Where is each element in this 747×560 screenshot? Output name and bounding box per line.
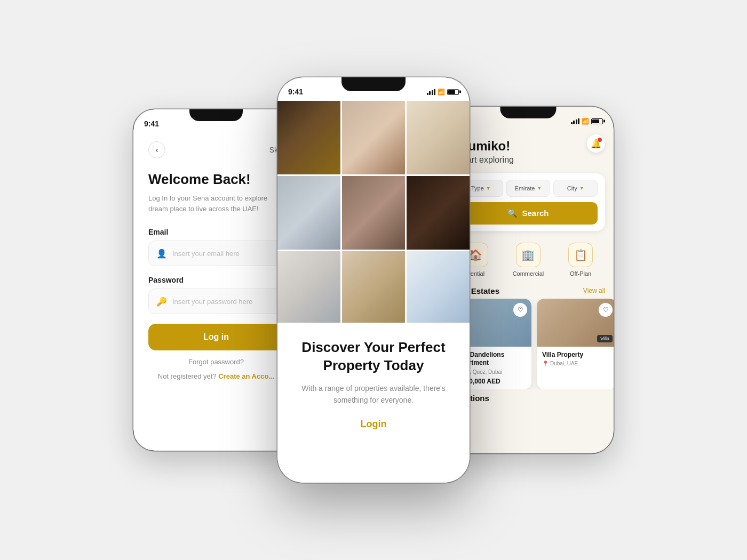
battery-icon — [447, 89, 459, 95]
email-placeholder: Insert your email here — [172, 250, 240, 258]
password-placeholder: Insert your password here — [172, 298, 252, 306]
status-icons-center: 📶 — [427, 89, 459, 95]
onboarding-subtitle: With a range of properties available, th… — [293, 382, 454, 406]
chevron-down-emirate: ▼ — [537, 186, 542, 191]
offplan-label: Off-Plan — [570, 270, 591, 277]
chevron-down-city: ▼ — [579, 186, 584, 191]
signal-right — [571, 118, 580, 124]
property-info-2: Villa Property 📍 Dubai, UAE — [537, 347, 614, 371]
login-subtitle: Log In to your Sena account to explore d… — [148, 193, 284, 214]
notch-center — [341, 77, 406, 91]
filter-chip-emirate[interactable]: Emirate ▼ — [506, 180, 551, 197]
notch-left — [189, 109, 243, 121]
wifi-icon-right: 📶 — [582, 118, 589, 125]
battery-icon-right — [591, 118, 603, 124]
property-card-2[interactable]: ♡ Villa Villa Property 📍 Dubai, UAE — [537, 299, 614, 389]
property-image-6 — [407, 176, 470, 250]
notification-dot — [598, 138, 602, 142]
main-scene: 9:41 ‹ Skip Welcome Back! Log In to your… — [133, 61, 614, 499]
location-pin-icon-2: 📍 — [542, 361, 549, 366]
onboarding-title: Discover Your Perfect Property Today — [293, 339, 454, 375]
password-label: Password — [148, 276, 284, 284]
property-image-2 — [342, 101, 405, 174]
favorite-button-1[interactable]: ♡ — [513, 303, 527, 317]
phone-login: 9:41 ‹ Skip Welcome Back! Log In to your… — [133, 109, 299, 451]
villa-badge: Villa — [597, 335, 613, 342]
email-icon: 👤 — [156, 249, 167, 259]
time-left: 9:41 — [144, 119, 159, 128]
signal-center — [427, 89, 436, 95]
chevron-down-type: ▼ — [486, 186, 491, 191]
home-subgreeting: s start exploring — [454, 155, 603, 165]
wifi-icon: 📶 — [438, 89, 445, 95]
onboarding-login-link[interactable]: Login — [293, 419, 454, 430]
email-label: Email — [148, 228, 284, 236]
password-input[interactable]: 🔑 Insert your password here — [148, 289, 284, 314]
property-image-4 — [277, 176, 340, 250]
property-image-thumb-2: ♡ Villa — [537, 299, 614, 347]
category-commercial[interactable]: 🏢 Commercial — [513, 243, 544, 277]
filter-chip-city[interactable]: City ▼ — [553, 180, 598, 197]
offplan-icon: 📋 — [568, 243, 593, 267]
search-icon: 🔍 — [507, 209, 518, 218]
property-image-1 — [277, 101, 340, 174]
email-input[interactable]: 👤 Insert your email here — [148, 241, 284, 266]
status-icons-right: 📶 — [571, 118, 603, 125]
password-icon: 🔑 — [156, 297, 167, 307]
filter-row: Type ▼ Emirate ▼ City ▼ — [459, 180, 598, 197]
property-name-2: Villa Property — [542, 351, 611, 359]
home-greeting: , Yumiko! — [454, 139, 603, 154]
commercial-icon: 🏢 — [516, 243, 541, 267]
residential-label: dential — [467, 270, 484, 277]
register-text: Not registered yet? Create an Acco... — [148, 372, 284, 380]
onboarding-text-area: Discover Your Perfect Property Today Wit… — [277, 323, 470, 483]
favorite-button-2[interactable]: ♡ — [599, 303, 613, 317]
category-offplan[interactable]: 📋 Off-Plan — [568, 243, 593, 277]
property-image-3 — [407, 101, 470, 174]
login-button[interactable]: Log in — [148, 324, 284, 350]
create-account-link[interactable]: Create an Acco... — [218, 372, 274, 380]
back-button[interactable]: ‹ — [148, 141, 165, 158]
notification-button[interactable]: 🔔 — [587, 134, 605, 153]
login-title: Welcome Back! — [148, 171, 284, 188]
notch-right — [500, 107, 557, 118]
commercial-label: Commercial — [513, 270, 544, 277]
property-images-grid — [277, 101, 470, 325]
search-button[interactable]: 🔍 Search — [459, 202, 598, 225]
phone-onboarding: 9:41 📶 — [277, 77, 470, 483]
property-image-5 — [342, 176, 405, 250]
view-all-link[interactable]: View all — [583, 287, 605, 294]
login-header: ‹ Skip — [148, 141, 284, 158]
property-image-8 — [342, 251, 405, 325]
forgot-password-link[interactable]: Forgot password? — [148, 358, 284, 366]
login-content: ‹ Skip Welcome Back! Log In to your Sena… — [133, 109, 299, 451]
property-location-2: 📍 Dubai, UAE — [542, 361, 611, 366]
property-image-9 — [407, 251, 470, 325]
search-area: Type ▼ Emirate ▼ City ▼ 🔍 — [451, 173, 605, 231]
time-center: 9:41 — [288, 87, 303, 96]
property-image-7 — [277, 251, 340, 325]
